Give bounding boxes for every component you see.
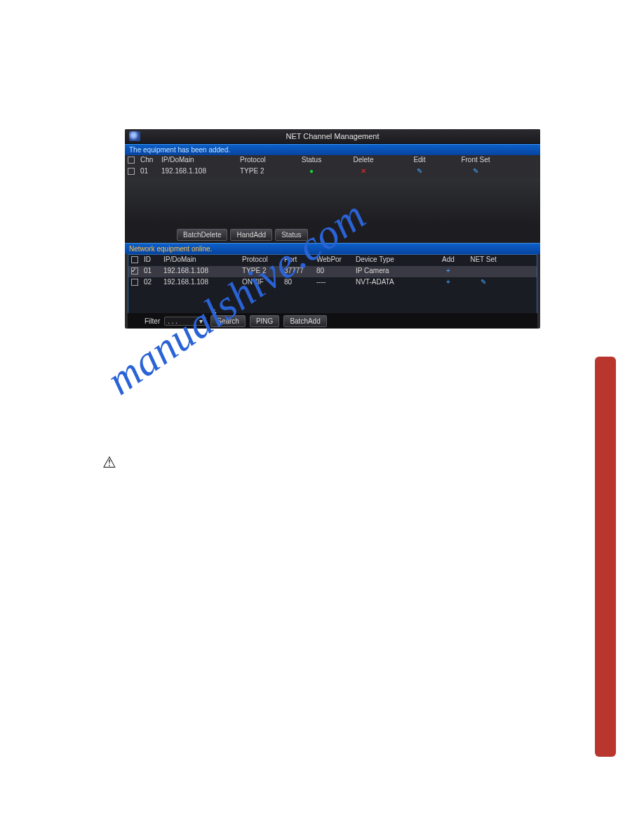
row-checkbox-icon[interactable] — [128, 168, 135, 175]
added-devices-header-row: Chn IP/DoMain Protocol Status Delete Edi… — [125, 155, 540, 166]
window-title: NET Channel Management — [286, 132, 379, 140]
net-set-icon[interactable]: ✎ — [462, 277, 504, 289]
col-header-add: Add — [434, 255, 462, 266]
col-header-net-set: NET Set — [462, 255, 504, 266]
batch-delete-button[interactable]: BatchDelete — [177, 229, 227, 241]
col-header-protocol: Protocol — [240, 155, 288, 166]
delete-icon[interactable]: ✕ — [335, 166, 391, 178]
edit-icon[interactable]: ✎ — [391, 166, 448, 178]
col-header-port: Port — [284, 255, 316, 266]
window-titlebar: NET Channel Management — [125, 129, 540, 144]
ping-button[interactable]: PING — [250, 315, 279, 327]
filter-dropdown[interactable]: . . . ▾ — [164, 317, 206, 326]
cell-protocol: TYPE 2 — [240, 166, 288, 178]
status-message-bar: The equipment has been added. — [125, 144, 540, 155]
network-online-bar: Network equipment online. — [125, 243, 540, 254]
empty-list-area — [125, 178, 540, 227]
col-header-ip: IP/DoMain — [161, 155, 240, 166]
front-set-icon[interactable]: ✎ — [448, 166, 504, 178]
net-set-icon[interactable] — [462, 266, 504, 277]
warning-triangle-icon: ⚠ — [102, 454, 116, 472]
cell-id: 01 — [144, 266, 163, 277]
action-button-row: BatchDelete HandAdd Status — [125, 227, 540, 243]
cell-webport: 80 — [316, 266, 356, 277]
status-button[interactable]: Status — [275, 229, 307, 241]
col-header-device-type: Device Type — [356, 255, 434, 266]
header-checkbox-icon[interactable] — [128, 157, 135, 164]
hand-add-button[interactable]: HandAdd — [230, 229, 272, 241]
add-icon[interactable]: + — [434, 277, 462, 289]
nvr-screenshot: NET Channel Management The equipment has… — [125, 129, 540, 329]
filter-value: . . . — [168, 317, 177, 325]
chevron-down-icon: ▾ — [199, 317, 203, 325]
filter-label: Filter — [145, 317, 160, 325]
added-device-row[interactable]: 01 192.168.1.108 TYPE 2 ● ✕ ✎ ✎ — [125, 166, 540, 178]
footer-button-row: Filter . . . ▾ Search PING BatchAdd — [128, 313, 537, 329]
cell-ip: 192.168.1.108 — [163, 277, 242, 289]
search-button[interactable]: Search — [210, 315, 246, 327]
cell-protocol: TYPE 2 — [242, 266, 284, 277]
status-dot-icon: ● — [288, 166, 335, 178]
batch-add-button[interactable]: BatchAdd — [283, 315, 326, 327]
row-checkbox-icon[interactable] — [131, 279, 138, 286]
cell-protocol: ONVIF — [242, 277, 284, 289]
col-header-webport: WebPor — [316, 255, 356, 266]
col-header-ip2: IP/DoMain — [163, 255, 242, 266]
app-logo-icon — [129, 131, 140, 141]
col-header-front-set: Front Set — [448, 155, 504, 166]
col-header-id: ID — [144, 255, 163, 266]
cell-chn: 01 — [140, 166, 161, 178]
network-device-row[interactable]: 02 192.168.1.108 ONVIF 80 ---- NVT-ADATA… — [128, 277, 537, 289]
page: NET Channel Management The equipment has… — [0, 0, 644, 834]
network-device-row[interactable]: 01 192.168.1.108 TYPE 2 37777 80 IP Came… — [128, 266, 537, 277]
row-checkbox-icon[interactable] — [131, 267, 138, 274]
cell-device-type: IP Camera — [356, 266, 434, 277]
col-header-chn: Chn — [140, 155, 161, 166]
cell-port: 37777 — [284, 266, 316, 277]
sidebar-red-bar — [595, 357, 616, 757]
col-header-status: Status — [288, 155, 335, 166]
cell-webport: ---- — [316, 277, 356, 289]
col-header-edit: Edit — [391, 155, 448, 166]
network-header-row: ID IP/DoMain Protocol Port WebPor Device… — [128, 255, 537, 266]
add-icon[interactable]: + — [434, 266, 462, 277]
col-header-protocol2: Protocol — [242, 255, 284, 266]
net-header-checkbox-icon[interactable] — [131, 256, 138, 263]
cell-id: 02 — [144, 277, 163, 289]
col-header-delete: Delete — [335, 155, 391, 166]
cell-port: 80 — [284, 277, 316, 289]
cell-ip: 192.168.1.108 — [163, 266, 242, 277]
cell-ip: 192.168.1.108 — [161, 166, 240, 178]
cell-device-type: NVT-ADATA — [356, 277, 434, 289]
